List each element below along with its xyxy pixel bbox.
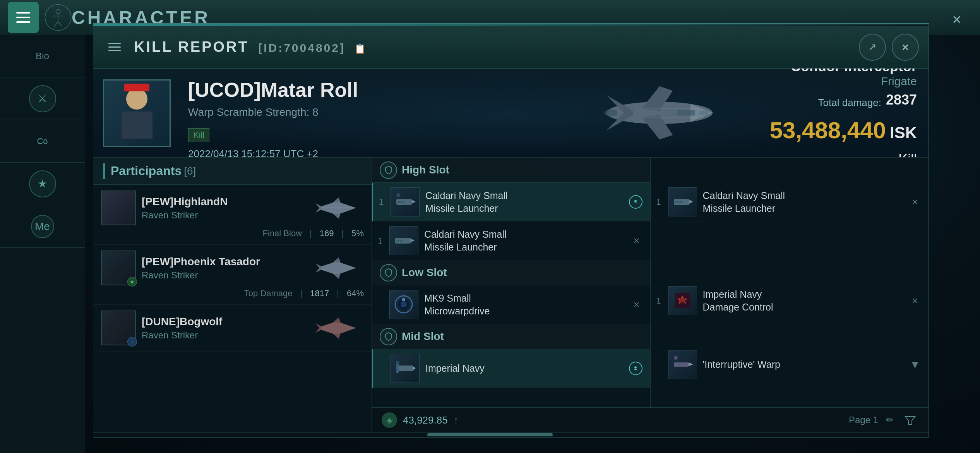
equip-item-name: Caldari Navy SmallMissile Launcher	[424, 228, 629, 253]
svg-marker-23	[321, 261, 356, 275]
equip-item[interactable]: 1 Caldari Navy SmallMissile Launcher ×	[372, 221, 650, 260]
svg-marker-28	[315, 323, 321, 333]
imperial-navy-icon	[391, 354, 420, 383]
balance-area: ◈ 43,929.85 ↑	[382, 412, 459, 428]
participant-item[interactable]: [PEW]HighlandN Raven Striker	[93, 185, 372, 245]
svg-marker-60	[905, 417, 915, 424]
edit-icon[interactable]: ✏	[886, 415, 894, 426]
mid-slot-header: Mid Slot	[372, 324, 650, 349]
svg-marker-24	[315, 263, 321, 273]
app-close-button[interactable]: ×	[945, 8, 968, 31]
equip-item-name: MK9 SmallMicrowarpdrive	[424, 292, 629, 317]
participants-count: [6]	[184, 165, 196, 177]
equip-item[interactable]: MK9 SmallMicrowarpdrive ×	[372, 285, 650, 324]
svg-point-48	[396, 361, 399, 364]
participant-avatar	[101, 190, 136, 225]
svg-rect-33	[397, 201, 401, 203]
svg-point-36	[634, 200, 637, 202]
participant-item[interactable]: + [DUNE]Bogwolf Raven Striker	[93, 305, 372, 352]
sidebar-bio[interactable]: Bio	[0, 35, 85, 77]
copy-icon[interactable]: 📋	[354, 43, 367, 54]
slot-shield-icon	[380, 328, 397, 345]
close-item-icon[interactable]: ×	[629, 235, 644, 247]
ship-silhouette	[553, 69, 766, 157]
stat-damage: 169	[320, 228, 334, 239]
svg-point-1	[56, 9, 60, 14]
svg-rect-34	[401, 201, 404, 203]
svg-marker-27	[321, 321, 356, 335]
export-button[interactable]: ↗	[859, 34, 886, 61]
hamburger-icon	[16, 12, 30, 23]
active-indicator	[629, 195, 642, 209]
svg-rect-55	[680, 298, 685, 304]
panel-hamburger-icon	[108, 43, 121, 51]
panel-menu-button[interactable]	[103, 36, 126, 59]
equip-item-name: Caldari Navy SmallMissile Launcher	[703, 189, 908, 214]
left-sidebar: Bio ⚔ Co ★ Me	[0, 35, 85, 453]
panel-header: KILL REPORT [ID:7004802] 📋 ↗ ×	[93, 26, 929, 69]
victim-info: [UCOD]Matar Roll Warp Scramble Strength:…	[180, 69, 553, 157]
equip-item[interactable]: 'Interruptive' Warp ▼	[651, 345, 929, 384]
svg-line-4	[54, 22, 58, 27]
close-item-icon[interactable]: ×	[907, 295, 923, 307]
sidebar-medals[interactable]: ★	[0, 163, 85, 205]
bottom-bar: ◈ 43,929.85 ↑ Page 1 ✏	[372, 407, 929, 432]
svg-marker-20	[333, 197, 341, 202]
equip-item[interactable]: 1 Caldari Navy SmallMissile Launcher ×	[651, 183, 929, 221]
equip-item[interactable]: Imperial Navy	[372, 349, 650, 388]
participant-ship: Raven Striker	[142, 330, 308, 341]
filter-icon[interactable]	[901, 412, 919, 429]
page-label: Page 1	[849, 415, 878, 426]
svg-rect-39	[396, 240, 399, 242]
svg-rect-40	[400, 240, 403, 242]
isk-label: ISK	[890, 124, 917, 142]
equip-item[interactable]: 1 Caldari Navy SmallMissile Launcher	[372, 183, 650, 221]
sidebar-corp[interactable]: Co	[0, 120, 85, 163]
panel-close-button[interactable]: ×	[892, 34, 919, 61]
equip-item-name: Imperial Navy	[425, 362, 629, 375]
low-slot-header: Low Slot	[372, 260, 650, 285]
kill-timestamp: 2022/04/13 15:12:57 UTC +2	[188, 148, 545, 158]
sidebar-me[interactable]: Me	[0, 205, 85, 248]
svg-marker-21	[333, 214, 341, 219]
kill-info-section: [UCOD]Matar Roll Warp Scramble Strength:…	[93, 69, 929, 158]
equip-item-name: Imperial NavyDamage Control	[703, 288, 908, 313]
portrait-hat	[124, 84, 149, 91]
scroll-indicator[interactable]	[93, 432, 929, 437]
equip-item-name: Caldari Navy SmallMissile Launcher	[425, 189, 629, 214]
ship-class: Frigate	[881, 75, 917, 88]
scroll-down-icon[interactable]: ▼	[907, 359, 923, 371]
participant-item[interactable]: ★ [PEW]Phoenix Tasador Raven Striker	[93, 245, 372, 305]
svg-marker-29	[333, 317, 341, 323]
sidebar-combat[interactable]: ⚔	[0, 77, 85, 120]
portrait-head	[126, 88, 147, 110]
svg-line-5	[58, 22, 62, 27]
participants-panel: Participants [6] [PEW]HighlandN Raven St…	[93, 158, 372, 432]
section-accent	[103, 163, 105, 179]
missile-launcher-icon	[389, 226, 418, 255]
svg-rect-47	[396, 364, 399, 373]
slot-shield-icon	[380, 161, 397, 179]
total-damage-value: 2837	[886, 92, 917, 108]
svg-point-35	[396, 193, 400, 197]
close-item-icon[interactable]: ×	[907, 196, 923, 208]
stat-label: Top Damage	[244, 288, 293, 299]
balance-arrow: ↑	[454, 414, 459, 426]
slot-shield-icon	[380, 264, 397, 281]
close-item-icon[interactable]: ×	[629, 299, 644, 311]
svg-rect-17	[699, 111, 708, 115]
ship-image-area	[553, 69, 766, 157]
damage-control-icon	[668, 286, 697, 315]
equipment-columns[interactable]: High Slot 1	[372, 158, 929, 407]
stat-damage: 1817	[310, 288, 329, 299]
participants-header: Participants [6]	[93, 158, 372, 185]
stat-percent: 64%	[347, 288, 364, 299]
low-slot-label: Low Slot	[402, 266, 447, 279]
svg-marker-30	[333, 334, 341, 339]
balance-value: 43,929.85	[403, 414, 448, 426]
microwarpdrive-icon	[389, 290, 418, 319]
high-slot-header: High Slot	[372, 158, 650, 183]
menu-button[interactable]	[8, 2, 39, 33]
equip-item[interactable]: 1 Imperial NavyDamage Control ×	[651, 281, 929, 320]
participant-ship-icon	[314, 316, 364, 341]
